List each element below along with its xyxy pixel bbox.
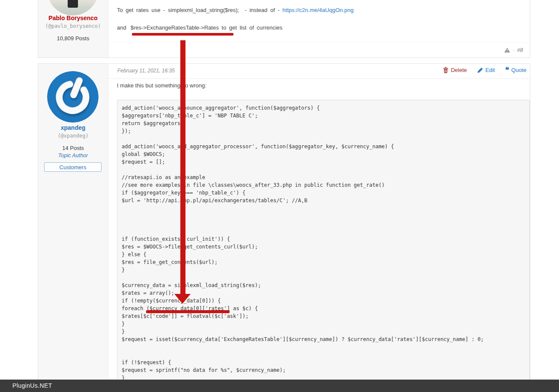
- author-handle: (@pavlo_borysenco): [38, 23, 108, 29]
- annotation-underline-rates-foreach: [146, 310, 230, 313]
- post-text: To get rates use - simplexml_load_string…: [117, 7, 282, 13]
- code-line: }: [122, 320, 525, 328]
- post-text-line2: and$res->ExchangeRatesTable->Rates to ge…: [117, 24, 521, 31]
- current-post-user-panel: xpandeg (@xpandeg) 14 Posts Topic Author…: [38, 64, 108, 392]
- quote-button[interactable]: ❝ Quote: [505, 67, 526, 73]
- avatar-pablo[interactable]: [47, 0, 99, 15]
- author-name-link[interactable]: Pablo Borysenco: [38, 15, 108, 21]
- pencil-icon: [477, 67, 483, 73]
- post-current: xpandeg (@xpandeg) 14 Posts Topic Author…: [38, 63, 530, 392]
- post-intro-text: I make this but something go wrong:: [117, 82, 206, 89]
- avatar-xpandeg[interactable]: [47, 71, 99, 123]
- code-line: $request = sprintf("no data for %s", $cu…: [122, 366, 525, 374]
- trash-icon: [443, 67, 448, 73]
- customers-badge-button[interactable]: Customers: [44, 162, 102, 172]
- previous-post-footer: · #8: [108, 42, 530, 57]
- author-name-link[interactable]: xpandeg: [38, 124, 108, 131]
- avatar-person-silhouette: [68, 0, 78, 8]
- code-line: }: [122, 328, 525, 335]
- forum-page: Pablo Borysenco (@pavlo_borysenco) 10,80…: [0, 0, 559, 392]
- highlighted-code-text: $res->ExchangeRatesTable->Rates: [131, 24, 219, 31]
- author-post-count: 10,809 Posts: [38, 35, 108, 42]
- post-actions: Delete Edit ❝ Quote: [443, 67, 526, 73]
- current-post-content: February 11, 2021, 16:35 Delete Edit ❝ Q…: [108, 64, 530, 392]
- post-text: to get list of currencies: [221, 24, 282, 31]
- previous-post-content: To get rates use - simplexml_load_string…: [108, 0, 530, 57]
- delete-button[interactable]: Delete: [443, 67, 467, 73]
- annotation-underline-exchangeratestable: [132, 33, 233, 36]
- quote-label: Quote: [511, 67, 526, 73]
- author-post-count: 14 Posts: [38, 145, 108, 151]
- delete-label: Delete: [451, 67, 467, 73]
- previous-post-user-panel: Pablo Borysenco (@pavlo_borysenco) 10,80…: [38, 0, 108, 57]
- code-line: $rates[$c['code']] = floatval($c['ask'])…: [122, 312, 525, 320]
- edit-label: Edit: [485, 67, 495, 73]
- quote-icon: ❝: [505, 68, 509, 72]
- dot-separator: ·: [513, 47, 514, 53]
- post-previous: Pablo Borysenco (@pavlo_borysenco) 10,80…: [38, 0, 530, 58]
- topic-author-label: Topic Author: [38, 153, 108, 159]
- header-separator: [108, 78, 530, 79]
- footer-brand: PluginUs.NET: [12, 380, 559, 392]
- image-link[interactable]: https://c2n.me/4aUqgOn.png: [282, 7, 353, 13]
- code-line: [122, 343, 525, 351]
- code-line: if (!$request) {: [122, 359, 525, 366]
- post-text: and: [117, 24, 126, 31]
- annotation-arrow-head: [174, 294, 191, 304]
- code-line: $request = isset($currency_data['Exchang…: [122, 335, 525, 343]
- edit-button[interactable]: Edit: [477, 67, 495, 73]
- author-handle: (@xpandeg): [38, 133, 108, 139]
- annotation-arrow-line: [180, 40, 185, 294]
- post-date: February 11, 2021, 16:35: [117, 68, 175, 74]
- post-text-line1: To get rates use - simplexml_load_string…: [117, 7, 521, 13]
- code-line: [122, 351, 525, 359]
- code-block: add_action('woocs_announce_aggregator', …: [117, 100, 530, 392]
- status-footer-bar: PluginUs.NET: [0, 380, 559, 392]
- post-number-link[interactable]: #8: [517, 47, 523, 53]
- report-warning-icon[interactable]: [504, 48, 510, 53]
